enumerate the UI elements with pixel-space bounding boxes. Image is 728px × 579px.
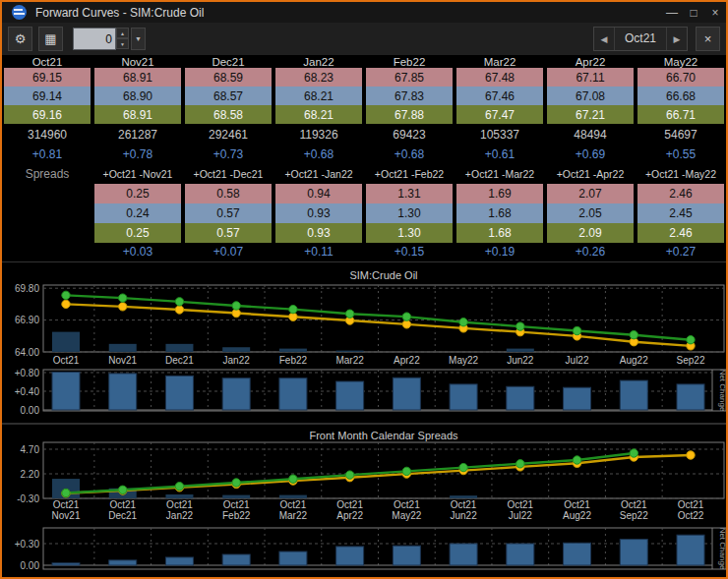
- spread-ask-cell[interactable]: 0.94: [275, 184, 362, 203]
- svg-text:Apr22: Apr22: [336, 510, 363, 521]
- month-nav: ◀ Oct21 ▶: [593, 27, 688, 51]
- spread-ask-cell[interactable]: 0.25: [94, 184, 181, 203]
- svg-text:64.00: 64.00: [15, 347, 39, 358]
- spread-last-cell[interactable]: 0.57: [185, 223, 272, 243]
- bid-cell[interactable]: 69.14: [4, 87, 91, 105]
- volume-cell: 314960: [2, 124, 92, 145]
- spread-bid-cell[interactable]: 2.05: [547, 203, 634, 223]
- svg-text:Sep22: Sep22: [620, 510, 648, 521]
- ask-cell[interactable]: 68.91: [94, 68, 181, 87]
- svg-text:Oct21: Oct21: [564, 499, 590, 510]
- svg-text:Jun22: Jun22: [507, 355, 534, 366]
- current-month-label: Oct21: [614, 28, 667, 50]
- spread-bid-cell[interactable]: 0.93: [275, 203, 362, 223]
- spread-last-cell[interactable]: 0.93: [275, 223, 362, 243]
- spinner-down-button[interactable]: ▼: [116, 38, 129, 49]
- grid-button[interactable]: ▦: [38, 27, 63, 51]
- last-cell[interactable]: 66.71: [637, 105, 724, 124]
- spinner-dropdown-button[interactable]: ▼: [131, 28, 146, 50]
- volume-cell: 48494: [545, 124, 636, 145]
- spreads-chart: 4.702.20-0.30Front Month Calendar Spread…: [2, 425, 728, 524]
- price-chart: 69.8066.9064.00SIM:Crude OilOct21Nov21De…: [2, 262, 728, 367]
- spread-change-cell: +0.03: [92, 243, 183, 261]
- volume-cell: 261287: [92, 124, 183, 145]
- price-net-change-panel: +0.80+0.400.00Net Change: [2, 366, 728, 423]
- settings-button[interactable]: ⚙: [8, 27, 32, 51]
- last-cell[interactable]: 69.16: [4, 105, 91, 124]
- svg-text:+0.40: +0.40: [15, 386, 40, 397]
- chevron-right-icon: ▶: [674, 34, 681, 44]
- panel-close-button[interactable]: ×: [696, 27, 720, 51]
- bid-cell[interactable]: 67.08: [547, 87, 634, 105]
- spread-ask-cell[interactable]: 0.58: [185, 184, 272, 203]
- spread-last-cell[interactable]: 0.25: [94, 223, 181, 243]
- spread-row-spacer: [2, 184, 92, 203]
- last-cell[interactable]: 67.21: [547, 105, 634, 124]
- spread-change-cell: +0.19: [455, 243, 545, 261]
- spread-bid-cell[interactable]: 1.68: [456, 203, 543, 223]
- last-cell[interactable]: 68.58: [185, 105, 272, 124]
- ask-cell[interactable]: 67.85: [366, 68, 453, 87]
- volume-cell: 292461: [183, 124, 273, 145]
- svg-text:Oct21: Oct21: [109, 499, 136, 510]
- svg-text:0.00: 0.00: [21, 405, 40, 416]
- svg-text:Oct21: Oct21: [678, 499, 704, 510]
- bid-cell[interactable]: 67.46: [456, 87, 543, 105]
- ask-cell[interactable]: 66.70: [637, 68, 724, 87]
- maximize-button[interactable]: □: [683, 6, 704, 20]
- spinner-up-button[interactable]: ▲: [116, 28, 129, 38]
- spinner-input[interactable]: [73, 28, 116, 50]
- prev-month-button[interactable]: ◀: [594, 28, 614, 50]
- spread-ask-cell[interactable]: 2.07: [547, 184, 634, 203]
- spread-last-cell[interactable]: 2.09: [547, 223, 634, 243]
- spread-last-cell[interactable]: 2.46: [637, 223, 724, 243]
- bid-cell[interactable]: 68.57: [185, 87, 272, 105]
- ask-cell[interactable]: 69.15: [4, 68, 91, 87]
- svg-text:Oct21: Oct21: [507, 499, 533, 510]
- spread-change-cell: +0.26: [545, 243, 636, 261]
- last-cell[interactable]: 68.21: [275, 105, 362, 124]
- spread-bid-cell[interactable]: 0.24: [94, 203, 181, 223]
- month-header-cell: Apr22: [545, 55, 636, 68]
- bid-cell[interactable]: 68.21: [275, 87, 362, 105]
- volume-cell: 105337: [455, 124, 545, 145]
- spreads-row-label: Spreads: [2, 164, 92, 184]
- last-cell[interactable]: 68.91: [94, 105, 181, 124]
- spread-bid-cell[interactable]: 1.30: [366, 203, 453, 223]
- ask-cell[interactable]: 67.48: [456, 68, 543, 87]
- window-title: Forward Curves - SIM:Crude Oil: [35, 6, 661, 20]
- ask-cell[interactable]: 68.23: [275, 68, 362, 87]
- last-cell[interactable]: 67.47: [456, 105, 543, 124]
- spread-last-cell[interactable]: 1.68: [456, 223, 543, 243]
- minimize-button[interactable]: —: [661, 6, 683, 20]
- last-cell[interactable]: 67.88: [366, 105, 453, 124]
- spread-ask-cell[interactable]: 1.69: [456, 184, 543, 203]
- svg-text:Oct21: Oct21: [53, 355, 80, 366]
- bid-cell[interactable]: 67.83: [366, 87, 453, 105]
- month-header-cell: Dec21: [183, 55, 273, 68]
- spread-bid-cell[interactable]: 2.45: [637, 203, 724, 223]
- bid-cell[interactable]: 66.68: [637, 87, 724, 105]
- svg-text:Net Change: Net Change: [718, 528, 727, 570]
- spreads-net-change-chart: +0.300.00Net Change: [2, 524, 728, 573]
- spread-ask-cell[interactable]: 2.46: [637, 184, 724, 203]
- chevron-up-icon: ▲: [120, 30, 125, 36]
- bid-cell[interactable]: 68.90: [94, 87, 181, 105]
- svg-text:2.20: 2.20: [21, 469, 40, 480]
- svg-text:Mar22: Mar22: [279, 510, 308, 521]
- ask-cell[interactable]: 67.11: [547, 68, 634, 87]
- svg-text:Feb22: Feb22: [279, 355, 308, 366]
- next-month-button[interactable]: ▶: [667, 28, 687, 50]
- change-cell: +0.55: [636, 145, 726, 164]
- spread-ask-cell[interactable]: 1.31: [366, 184, 453, 203]
- chevron-down-icon: ▼: [135, 35, 142, 42]
- spread-header-cell: +Oct21 -May22: [636, 164, 726, 184]
- month-header-cell: Nov21: [92, 55, 183, 68]
- spread-bid-cell[interactable]: 0.57: [185, 203, 272, 223]
- close-button[interactable]: ×: [704, 6, 726, 20]
- ask-cell[interactable]: 68.59: [185, 68, 272, 87]
- month-header-cell: Jan22: [273, 55, 364, 68]
- price-chart-panel: 69.8066.9064.00SIM:Crude OilOct21Nov21De…: [2, 261, 728, 367]
- svg-text:Nov21: Nov21: [108, 355, 137, 366]
- spread-last-cell[interactable]: 1.30: [366, 223, 453, 243]
